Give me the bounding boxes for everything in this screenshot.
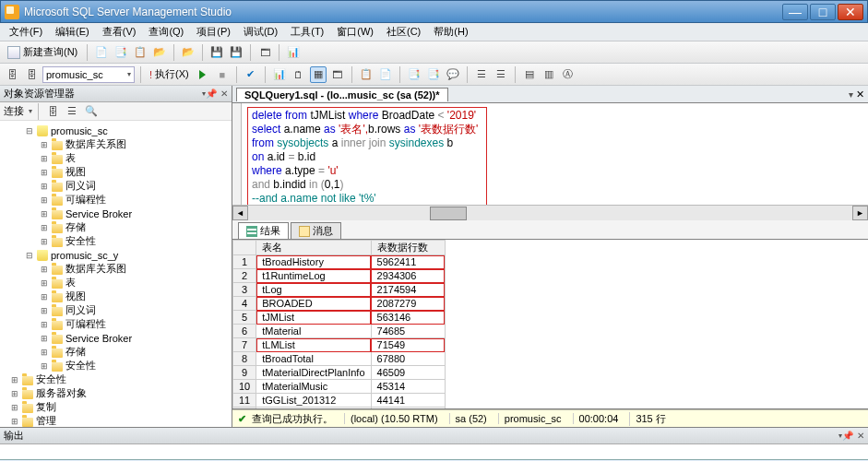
toolbar-icon[interactable]: 💬 — [445, 66, 461, 83]
tree-folder[interactable]: ⊞视图 — [2, 290, 230, 303]
activity-icon[interactable]: 📊 — [285, 44, 302, 61]
sql-editor[interactable]: delete from tJMList where BroadDate < '2… — [232, 103, 868, 205]
tab-messages[interactable]: 消息 — [291, 222, 341, 239]
table-row[interactable]: 8tBroadTotal67880 — [233, 352, 446, 366]
toolbar-icon[interactable]: 📑 — [113, 44, 129, 61]
tree-folder[interactable]: ⊞同义词 — [2, 179, 230, 193]
menu-tools[interactable]: 工具(T) — [285, 24, 329, 40]
tab-results[interactable]: 结果 — [238, 222, 289, 239]
toolbar-icon[interactable]: ☰ — [64, 103, 80, 120]
save-icon[interactable]: 💾 — [208, 44, 225, 61]
tree-folder[interactable]: ⊞Service Broker — [2, 207, 230, 220]
close-button[interactable]: ✕ — [838, 4, 863, 20]
menu-help[interactable]: 帮助(H) — [428, 24, 473, 40]
tree-folder[interactable]: ⊞可编程性 — [2, 193, 230, 207]
tree-folder[interactable]: ⊞存储 — [2, 220, 230, 234]
database-combo[interactable]: promusic_sc▾ — [42, 66, 135, 83]
debug-icon[interactable] — [195, 66, 211, 83]
table-row[interactable]: 6tMaterial74685 — [233, 325, 446, 338]
document-tabs: SQLQuery1.sql - (lo...music_sc (sa (52))… — [232, 86, 868, 103]
tree-folder[interactable]: ⊞视图 — [2, 165, 230, 179]
table-row[interactable]: 9tMaterialDirectPlanInfo46509 — [233, 366, 446, 380]
toolbar-icon[interactable]: 📄 — [377, 66, 394, 83]
minimize-button[interactable]: — — [782, 4, 808, 20]
toolbar-icon[interactable]: 🗄 — [23, 66, 40, 83]
menu-window[interactable]: 窗口(W) — [331, 24, 379, 40]
toolbar-icon[interactable]: 🗄 — [44, 103, 61, 120]
menu-project[interactable]: 项目(P) — [191, 24, 236, 40]
uncomment-icon[interactable]: ▥ — [541, 66, 557, 83]
pin-icon[interactable]: 📌 — [206, 89, 217, 99]
menu-community[interactable]: 社区(C) — [381, 24, 426, 40]
tree-folder[interactable]: ⊞表 — [2, 276, 230, 290]
filter-icon[interactable]: 🔍 — [83, 103, 100, 120]
tree-folder[interactable]: ⊞Service Broker — [2, 331, 230, 345]
output-panel: 输出 ▾ 📌 ✕ — [0, 427, 868, 459]
table-row[interactable]: 1tBroadHistory5962411 — [233, 255, 446, 269]
table-row[interactable]: 4BROADED2087279 — [233, 297, 446, 311]
close-panel-icon[interactable]: ✕ — [220, 89, 228, 99]
tree-folder[interactable]: ⊞安全性 — [2, 359, 230, 372]
tree-folder[interactable]: ⊞数据库关系图 — [2, 137, 230, 151]
tree-db-node[interactable]: ⊟ promusic_sc — [2, 124, 230, 137]
tree-folder[interactable]: ⊞安全性 — [2, 234, 230, 248]
open-icon[interactable]: 📂 — [180, 44, 196, 61]
tree-folder[interactable]: ⊞存储 — [2, 345, 230, 359]
menu-file[interactable]: 文件(F) — [4, 24, 48, 40]
tree-folder[interactable]: ⊞管理 — [2, 414, 230, 427]
tree-folder[interactable]: ⊞服务器对象 — [2, 386, 230, 400]
tree-folder[interactable]: ⊞可编程性 — [2, 317, 230, 331]
properties-icon[interactable]: 🗔 — [256, 44, 273, 61]
tree-folder[interactable]: ⊞安全性 — [2, 372, 230, 386]
menu-query[interactable]: 查询(Q) — [143, 24, 189, 40]
tab-list-icon[interactable]: ▾ — [849, 89, 853, 100]
table-row[interactable]: 7tLMList71549 — [233, 338, 446, 352]
close-panel-icon[interactable]: ✕ — [857, 431, 864, 441]
connect-button[interactable]: 连接 — [4, 104, 24, 118]
outdent-icon[interactable]: ☰ — [493, 66, 509, 83]
new-query-button[interactable]: 新建查询(N) — [4, 45, 81, 59]
indent-icon[interactable]: ☰ — [473, 66, 490, 83]
comment-icon[interactable]: ▤ — [521, 66, 538, 83]
toolbar-icon[interactable]: 📑 — [425, 66, 442, 83]
save-all-icon[interactable]: 💾 — [228, 44, 244, 61]
tree-view[interactable]: ⊟ promusic_sc ⊞数据库关系图 ⊞表 ⊞视图 ⊞同义词 ⊞可编程性 … — [0, 121, 232, 427]
editor-scrollbar[interactable]: ◄► — [232, 205, 868, 220]
table-row[interactable]: 3tLog2174594 — [233, 283, 446, 297]
close-tab-icon[interactable]: ✕ — [856, 89, 864, 100]
menu-edit[interactable]: 编辑(E) — [50, 24, 95, 40]
execute-button[interactable]: ! 执行(X) — [147, 67, 192, 81]
tree-db-node[interactable]: ⊟ promusic_sc_y — [2, 248, 230, 262]
toolbar-icon[interactable]: 📄 — [93, 44, 110, 61]
toolbar-icon[interactable]: 🗔 — [329, 66, 346, 83]
tree-folder[interactable]: ⊞数据库关系图 — [2, 262, 230, 276]
maximize-button[interactable]: □ — [810, 4, 836, 20]
table-row[interactable]: 5tJMList563146 — [233, 311, 446, 325]
tree-folder[interactable]: ⊞复制 — [2, 400, 230, 414]
pin-icon[interactable]: 📌 — [842, 431, 853, 441]
toolbar-icon[interactable]: 🗒 — [291, 66, 307, 83]
table-row[interactable]: 11tGGList_20131244141 — [233, 394, 446, 408]
menu-view[interactable]: 查看(V) — [97, 24, 142, 40]
toolbar-icon[interactable]: 📋 — [358, 66, 375, 83]
new-query-label: 新建查询(N) — [23, 45, 77, 59]
toolbar-icon[interactable]: 📋 — [132, 44, 149, 61]
document-tab[interactable]: SQLQuery1.sql - (lo...music_sc (sa (52))… — [236, 88, 448, 101]
toolbar-icon[interactable]: 🗄 — [4, 66, 20, 83]
table-row[interactable]: 2t1RuntimeLog2934306 — [233, 269, 446, 283]
menu-debug[interactable]: 调试(D) — [238, 24, 283, 40]
toolbar-icon[interactable]: 📂 — [151, 44, 168, 61]
parse-icon[interactable]: ✔ — [243, 66, 259, 83]
results-grid[interactable]: 表名表数据行数 1tBroadHistory59624112t1RuntimeL… — [232, 240, 868, 409]
stop-icon[interactable]: ■ — [214, 66, 231, 83]
tree-folder[interactable]: ⊞表 — [2, 151, 230, 165]
toolbar-main: 新建查询(N) 📄 📑 📋 📂 📂 💾 💾 🗔 📊 — [0, 41, 868, 64]
tree-folder[interactable]: ⊞同义词 — [2, 303, 230, 317]
toolbar-icon[interactable]: 📊 — [271, 66, 288, 83]
success-icon: ✔ — [238, 413, 246, 425]
title-bar: Microsoft SQL Server Management Studio —… — [0, 0, 868, 23]
toolbar-icon[interactable]: 📑 — [406, 66, 422, 83]
toolbar-icon[interactable]: Ⓐ — [560, 66, 577, 83]
toolbar-icon[interactable]: ▦ — [310, 66, 327, 83]
table-row[interactable]: 10tMaterialMusic45314 — [233, 380, 446, 394]
